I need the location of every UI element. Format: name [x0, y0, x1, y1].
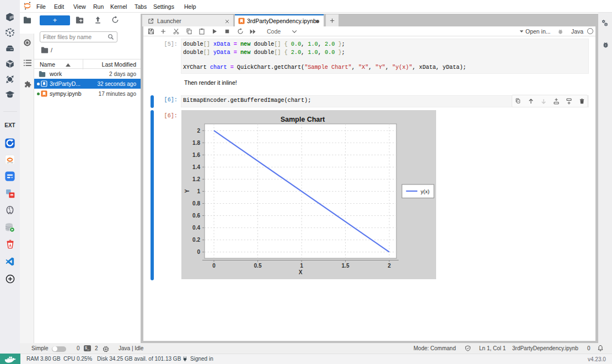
svg-text:1.2: 1.2 [192, 176, 200, 182]
svg-text:0: 0 [212, 263, 216, 269]
svg-text:0: 0 [197, 249, 200, 255]
svg-text:X: X [299, 269, 303, 275]
svg-text:1.5: 1.5 [342, 263, 350, 269]
svg-text:0.5: 0.5 [254, 263, 262, 269]
svg-text:JUPYTER: JUPYTER [7, 162, 13, 164]
svg-text:2: 2 [388, 263, 391, 269]
svg-text:0.6: 0.6 [192, 213, 200, 219]
svg-text:1.8: 1.8 [192, 140, 200, 146]
svg-text:0.8: 0.8 [192, 200, 200, 207]
svg-text:y(x): y(x) [421, 188, 430, 194]
svg-text:1.4: 1.4 [192, 164, 200, 170]
svg-text:2: 2 [197, 128, 200, 134]
svg-text:0.4: 0.4 [192, 225, 200, 231]
svg-text:1: 1 [300, 263, 303, 269]
svg-text:Sample Chart: Sample Chart [281, 116, 325, 123]
svg-text:1.6: 1.6 [192, 152, 200, 158]
svg-text:1: 1 [197, 188, 200, 194]
svg-text:0.2: 0.2 [192, 237, 200, 243]
svg-text:Y: Y [184, 189, 190, 193]
